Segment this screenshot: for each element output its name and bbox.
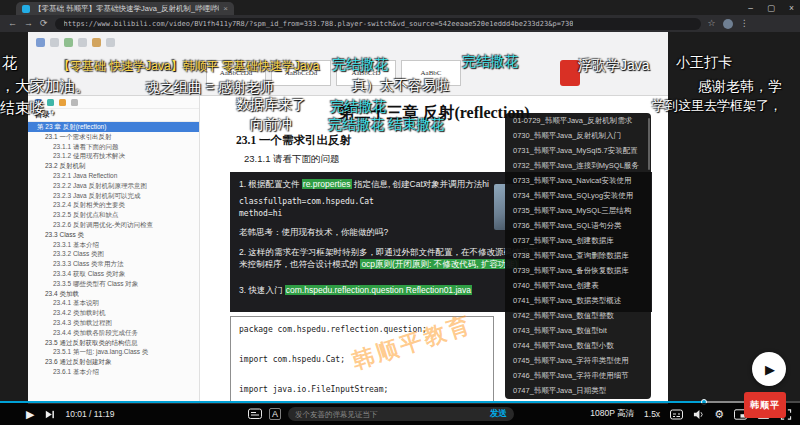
episode-row[interactable]: 0745_韩顺平Java_字符串类型使用 (505, 353, 651, 368)
episode-row[interactable]: 0734_韩顺平Java_SQLyog安装使用 (505, 188, 651, 203)
toc-item: 23.2.2 Java 反射机制原理示意图 (28, 181, 199, 191)
episode-row[interactable]: 0747_韩顺平Java_日期类型 (505, 383, 651, 398)
screen: 【零基础 韩顺平】零基础快速学Java_反射机制_哔哩哔哩_bilibili ×… (0, 0, 800, 425)
speed-button[interactable]: 1.5x (644, 409, 660, 419)
subsection-heading: 23.1.1 请看下面的问题 (244, 153, 340, 166)
browser-urlbar: ← → ⟳ https://www.bilibili.com/video/BV1… (0, 15, 800, 32)
danmaku-input[interactable] (295, 410, 485, 419)
danmaku-text: 小王打卡 (676, 54, 732, 72)
episode-row[interactable]: 0730_韩顺平Java_反射机制入门 (505, 128, 651, 143)
ribbon-icon (78, 38, 87, 47)
danmaku-text: 感谢老韩，学 (698, 78, 782, 96)
close-button[interactable]: × (789, 3, 794, 13)
channel-watermark-badge: 韩顺平 (744, 392, 786, 418)
toc-item: 23.4.1 基本说明 (28, 298, 199, 308)
toc-panel: 目录 第 23 章 反射(reflection)23.1 一个需求引出反射23.… (28, 96, 200, 404)
section-heading: 23.1 一个需求引出反射 (236, 133, 351, 148)
play-button[interactable]: ▶ (26, 409, 34, 420)
toc-item: 23.3 Class 类 (28, 230, 199, 240)
video-player-surface[interactable]: AaBbCcDdAaBbCcDdAaBbCcDAaBbC 目录 (0, 32, 800, 425)
ribbon-icon (36, 38, 45, 47)
toc-toolbar (28, 96, 199, 109)
style-gallery-item: AaBbC (401, 60, 461, 86)
toc-title: 目录 (35, 110, 50, 120)
danmaku-style-button[interactable]: A (269, 408, 281, 420)
toc-list: 第 23 章 反射(reflection)23.1 一个需求引出反射23.1.1… (28, 122, 199, 377)
ribbon-icon (64, 38, 73, 47)
url-text: https://www.bilibili.com/video/BV1fh411y… (64, 20, 574, 28)
episode-row[interactable]: 0736_韩顺平Java_SQL语句分类 (505, 218, 651, 233)
controls-left: ▶ 10:01 / 11:19 (26, 403, 114, 425)
episode-row[interactable]: 0738_韩顺平Java_查询删除数据库 (505, 248, 651, 263)
toc-tool-icon (47, 99, 54, 106)
refresh-icon[interactable]: ⟳ (40, 19, 48, 28)
episode-row[interactable]: 0737_韩顺平Java_创建数据库 (505, 233, 651, 248)
toc-item: 23.1.2 使用现有技术解决 (28, 151, 199, 161)
toc-item: 23.2 反射机制 (28, 161, 199, 171)
episode-row[interactable]: 0739_韩顺平Java_备份恢复数据库 (505, 263, 651, 278)
word-ribbon: AaBbCcDdAaBbCcDdAaBbCcDAaBbC (28, 32, 668, 96)
ribbon-quick-icons (36, 38, 115, 47)
episode-row[interactable]: 0735_韩顺平Java_MySQL三层结构 (505, 203, 651, 218)
bookmark-star-icon[interactable]: ☆ (708, 19, 716, 28)
player-controls: ▶ 10:01 / 11:19 A 发送 1080P 高清 1.5x (0, 403, 800, 425)
ribbon-icon (106, 38, 115, 47)
toc-item: 23.1 一个需求引出反射 (28, 132, 199, 142)
episode-row[interactable]: 01-0729_韩顺平Java_反射机制需求 (505, 113, 651, 128)
toc-item: 23.2.3 Java 反射机制可以完成 (28, 191, 199, 201)
toc-item: 23.2.4 反射相关的主要类 (28, 200, 199, 210)
forward-icon[interactable]: → (24, 19, 33, 28)
tab-close-icon[interactable]: × (223, 4, 228, 13)
ribbon-icon (50, 38, 59, 47)
toc-item: 23.2.1 Java Reflection (28, 171, 199, 181)
episode-row[interactable]: 0741_韩顺平Java_数据类型概述 (505, 293, 651, 308)
browser-tab[interactable]: 【零基础 韩顺平】零基础快速学Java_反射机制_哔哩哔哩_bilibili × (16, 2, 234, 15)
next-episode-button[interactable] (44, 409, 55, 420)
address-bar[interactable]: https://www.bilibili.com/video/BV1fh411y… (55, 18, 701, 30)
toc-item: 23.1.1 请看下面的问题 (28, 142, 199, 152)
style-gallery-item: AaBbCcDd (271, 60, 331, 86)
episode-row[interactable]: 0731_韩顺平Java_MySql5.7安装配置 (505, 143, 651, 158)
floating-play-button[interactable]: ▶ (752, 352, 786, 386)
time-display: 10:01 / 11:19 (65, 409, 114, 419)
episode-row[interactable]: 0746_韩顺平Java_字符串使用细节 (505, 368, 651, 383)
episode-row[interactable]: 0744_韩顺平Java_数值型小数 (505, 338, 651, 353)
toc-title-row: 目录 (28, 109, 199, 122)
toc-item: 23.4.4 类加载各阶段完成任务 (28, 328, 199, 338)
toc-item: 23.6 通过反射创建对象 (28, 357, 199, 367)
danmaku-text: 学到这里去学框架了， (652, 97, 782, 115)
toc-item: 23.5 通过反射获取类的结构信息 (28, 338, 199, 348)
danmaku-toggle-icon[interactable] (248, 408, 262, 420)
browser-avatar[interactable] (723, 19, 733, 29)
toc-item: 23.3.5 哪些类型有 Class 对象 (28, 279, 199, 289)
browser-menu-icon[interactable]: ⋮ (740, 19, 749, 28)
danmaku-input-wrap: 发送 (288, 407, 514, 421)
maximize-button[interactable]: ▢ (767, 3, 775, 13)
quality-button[interactable]: 1080P 高清 (590, 408, 634, 420)
toc-tool-icon (35, 99, 42, 106)
settings-gear-icon[interactable]: ⚙ (714, 409, 724, 420)
controls-middle: A 发送 (248, 403, 514, 425)
episode-row[interactable]: 0732_韩顺平Java_连接到MySQL服务 (505, 158, 651, 173)
episode-row[interactable]: 0743_韩顺平Java_数值型bit (505, 323, 651, 338)
toc-item: 23.5.1 第一组: java.lang.Class 类 (28, 347, 199, 357)
episode-list-panel: 01-0729_韩顺平Java_反射机制需求0730_韩顺平Java_反射机制入… (505, 113, 651, 399)
episode-scrollbar[interactable] (648, 118, 650, 170)
danmaku-send-button[interactable]: 发送 (490, 408, 507, 420)
ribbon-icon (92, 38, 101, 47)
volume-icon[interactable] (693, 409, 704, 420)
subtitle-icon[interactable] (670, 409, 683, 420)
browser-titlebar: 【零基础 韩顺平】零基础快速学Java_反射机制_哔哩哔哩_bilibili ×… (0, 0, 800, 15)
toc-item: 23.4.3 类加载过程图 (28, 318, 199, 328)
back-icon[interactable]: ← (8, 19, 17, 28)
toc-tool-icon (71, 99, 78, 106)
toc-item: 23.4 类加载 (28, 289, 199, 299)
style-gallery: AaBbCcDdAaBbCcDdAaBbCcDAaBbC (206, 60, 461, 86)
episode-row[interactable]: 0740_韩顺平Java_创建表 (505, 278, 651, 293)
toc-item: 23.4.2 类加载时机 (28, 308, 199, 318)
episode-row[interactable]: 0742_韩顺平Java_数值型整数 (505, 308, 651, 323)
toc-tool-icon (59, 99, 66, 106)
episode-row[interactable]: 0733_韩顺平Java_Navicat安装使用 (505, 173, 651, 188)
minimize-button[interactable]: – (748, 3, 753, 13)
style-gallery-item: AaBbCcDd (206, 60, 266, 86)
